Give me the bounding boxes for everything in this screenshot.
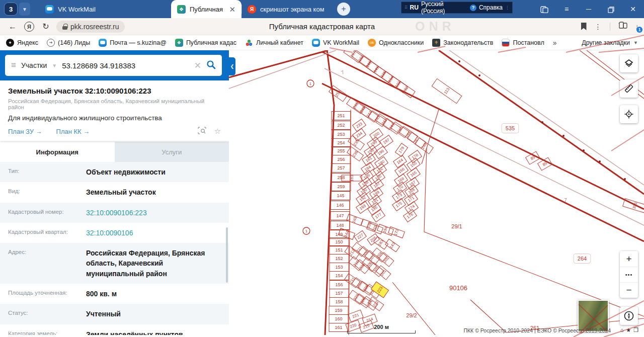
- parcel-175[interactable]: 175: [392, 199, 406, 211]
- bookmark-item-8[interactable]: Законодательств: [432, 39, 493, 47]
- yandex-services-icon[interactable]: Я: [24, 22, 34, 32]
- parcel-156[interactable]: 156: [330, 281, 349, 289]
- downloads-button[interactable]: ↓1: [635, 22, 639, 31]
- my-location-button[interactable]: [620, 105, 638, 123]
- bookmark-item-5[interactable]: Личный кабинет: [245, 39, 303, 47]
- zoom-out-button[interactable]: −: [620, 282, 638, 298]
- language-bar[interactable]: ⠿ RU Русский (Россия) ? Справка ⋮: [401, 2, 513, 14]
- parcel-158[interactable]: 158: [330, 298, 349, 306]
- parcel-155[interactable]: 155: [407, 158, 421, 171]
- parcel-257[interactable]: 257: [332, 164, 351, 173]
- close-button[interactable]: ✕: [622, 5, 644, 13]
- url-field[interactable]: pkk.rosreestr.ru: [56, 21, 125, 33]
- row-value[interactable]: 32:10:0090106:223: [86, 208, 221, 218]
- panel-scrollbar[interactable]: [226, 227, 228, 283]
- zoom-more-button[interactable]: •••: [620, 267, 638, 282]
- parcel-179[interactable]: 179: [395, 143, 408, 157]
- favorite-star-icon[interactable]: ☆: [214, 127, 221, 136]
- parcel-160[interactable]: 160: [329, 315, 348, 323]
- restore-button[interactable]: [600, 5, 622, 13]
- layers-button[interactable]: [620, 54, 638, 72]
- parcel-192[interactable]: 192: [356, 193, 370, 205]
- help-icon[interactable]: ?: [470, 5, 476, 11]
- row-value[interactable]: 32:10:0090106: [86, 228, 221, 238]
- parcel-161[interactable]: 161: [329, 323, 348, 332]
- zoom-in-button[interactable]: +: [620, 251, 638, 267]
- menu-icon[interactable]: ≡: [555, 5, 578, 13]
- minimize-button[interactable]: ─: [578, 5, 600, 13]
- bookmark-item-2[interactable]: (146) Лиды: [47, 39, 90, 47]
- area-label-264[interactable]: 264: [578, 256, 587, 262]
- bookmark-icon[interactable]: [581, 23, 587, 30]
- help-label[interactable]: Справка: [479, 4, 503, 11]
- bookmark-item-7[interactable]: Одноклассники: [368, 39, 424, 47]
- tab-list-chevron-icon[interactable]: ▼: [19, 3, 30, 16]
- search-input[interactable]: [62, 61, 189, 70]
- parcel-148[interactable]: 148: [331, 221, 350, 230]
- browser-tab-1[interactable]: VK WorkMail: [39, 0, 171, 18]
- parcel-152[interactable]: 152: [330, 255, 349, 263]
- url-text[interactable]: pkk.rosreestr.ru: [70, 23, 119, 31]
- parcel-113[interactable]: 113: [432, 78, 461, 103]
- tab-information[interactable]: Информация: [0, 142, 115, 162]
- reload-button[interactable]: ↻: [38, 22, 53, 31]
- parcel-221[interactable]: 221: [348, 310, 363, 322]
- zoom-to-parcel-icon[interactable]: [198, 127, 206, 136]
- parcel-145[interactable]: 145: [331, 192, 350, 200]
- area-label-29/1[interactable]: 29/1: [451, 223, 462, 229]
- bookmark-item-1[interactable]: Яндекс: [6, 39, 38, 47]
- area-label-90106[interactable]: 90106: [449, 284, 467, 292]
- parcel-187[interactable]: 187: [370, 179, 384, 192]
- parcel-157[interactable]: 157: [330, 289, 349, 298]
- collections-icon[interactable]: [618, 22, 627, 31]
- other-bookmarks-button[interactable]: Другие закладки ▼: [582, 39, 638, 46]
- side-panel-icon[interactable]: [533, 5, 555, 13]
- tab-services[interactable]: Услуги: [115, 142, 229, 162]
- parcel-196[interactable]: 196: [374, 146, 388, 159]
- bookmarks-overflow-button[interactable]: »: [553, 39, 557, 47]
- parcel-234[interactable]: 234: [353, 129, 366, 141]
- parcel-159[interactable]: 159: [329, 306, 348, 315]
- parcel-153[interactable]: 153: [330, 263, 349, 272]
- parcel-181[interactable]: 181: [362, 153, 376, 166]
- clear-search-icon[interactable]: ✕: [194, 60, 201, 71]
- plan-zu-link[interactable]: План ЗУ →: [8, 128, 42, 135]
- language-options-icon[interactable]: ⋮: [505, 5, 509, 10]
- bookmark-item-6[interactable]: VK WorkMail: [312, 39, 359, 47]
- parcel-254[interactable]: 254: [332, 139, 351, 147]
- area-label-535[interactable]: 535: [506, 125, 515, 131]
- parcel-252[interactable]: 252: [332, 121, 351, 130]
- plan-kk-link[interactable]: План КК →: [56, 128, 90, 135]
- parcel-173[interactable]: 173: [392, 190, 406, 203]
- browser-tab-2[interactable]: Публичная кадастрова✕: [171, 0, 242, 18]
- parcel-248[interactable]: 248: [415, 138, 433, 154]
- compass-button[interactable]: [620, 307, 638, 325]
- area-label-29/2[interactable]: 29/2: [406, 312, 417, 318]
- search-icon[interactable]: [206, 60, 216, 71]
- parcel-146[interactable]: 146: [331, 201, 350, 210]
- parcel-249[interactable]: 249: [347, 214, 363, 225]
- parcel-132[interactable]: 132: [396, 81, 415, 98]
- parcel-176[interactable]: 176: [404, 210, 417, 222]
- parcel-150[interactable]: 150: [330, 238, 349, 246]
- parcel-154[interactable]: 154: [330, 272, 349, 280]
- browser-tab-3[interactable]: скриншот экрана компью: [242, 0, 330, 18]
- parcel-223[interactable]: 223: [371, 282, 389, 298]
- parcel-259[interactable]: 259: [332, 183, 351, 191]
- cadastral-map[interactable]: 2512522532542552562572582591451461471481…: [229, 50, 644, 335]
- tab-close-icon[interactable]: ✕: [229, 6, 235, 13]
- back-button[interactable]: ←: [5, 22, 20, 31]
- tab-count-badge[interactable]: 3: [4, 3, 18, 16]
- chevron-down-icon[interactable]: ▼: [52, 63, 57, 68]
- new-tab-button[interactable]: +: [337, 3, 350, 16]
- search-category-select[interactable]: Участки: [21, 61, 47, 69]
- parcel-227[interactable]: 227: [354, 231, 366, 242]
- menu-icon[interactable]: ≡: [11, 60, 16, 70]
- bookmark-item-9[interactable]: Постановл: [502, 39, 544, 47]
- more-options-icon[interactable]: ⋮: [595, 23, 602, 31]
- parcel-193[interactable]: 193: [356, 201, 370, 214]
- parcel-250[interactable]: 250: [329, 86, 347, 102]
- parcel-258[interactable]: 258: [332, 174, 351, 182]
- parcel-253[interactable]: 253: [332, 130, 351, 139]
- parcel-200[interactable]: 200: [370, 129, 383, 141]
